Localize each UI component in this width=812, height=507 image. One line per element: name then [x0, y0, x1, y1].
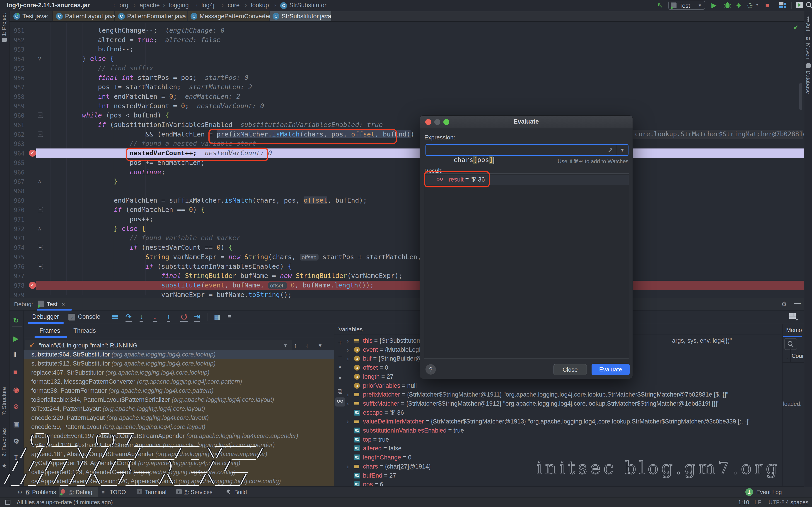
- frame-row[interactable]: toText:244, PatternLayout (org.apache.lo…: [23, 404, 334, 413]
- mute-breakpoints-button[interactable]: ⊘: [13, 402, 19, 410]
- toolwindow-5--Debug[interactable]: 5: Debug: [59, 487, 98, 497]
- run-anything-icon[interactable]: [796, 2, 803, 10]
- close-icon[interactable]: ×: [62, 301, 65, 308]
- code-text[interactable]: varNameExpr = bufName.toString();: [35, 290, 292, 298]
- line-ending-indicator[interactable]: LF: [754, 499, 761, 506]
- tab-PatternLayout-java[interactable]: CPatternLayout.java×: [53, 11, 115, 21]
- settings-gear-icon[interactable]: ⚙: [781, 300, 787, 307]
- show-execution-point-icon[interactable]: [111, 314, 118, 322]
- tab-StrSubstitutor-java[interactable]: CStrSubstitutor.java×: [270, 11, 332, 21]
- thread-selector[interactable]: ✔"main"@1 in group "main": RUNNING▼: [25, 340, 292, 351]
- resume-button[interactable]: ▶: [13, 335, 18, 342]
- code-text[interactable]: endMatchLen = suffixMatcher.isMatch(char…: [35, 196, 367, 205]
- code-text[interactable]: pos++;: [35, 215, 153, 224]
- breadcrumb-item[interactable]: log4j: [201, 2, 214, 9]
- stripe-structure[interactable]: 7: Structure: [1, 387, 7, 415]
- code-text[interactable]: substitute(event, bufName, offset: 0, bu…: [35, 281, 374, 290]
- tab-console[interactable]: Console: [78, 313, 100, 320]
- code-text[interactable]: int endMatchLen = 0; endMatchLen: 2: [35, 92, 240, 101]
- stripe-maven[interactable]: Maven: [805, 43, 811, 59]
- code-text[interactable]: pos += startMatchLen; startMatchLen: 2: [35, 82, 252, 92]
- close-icon[interactable]: ×: [180, 13, 183, 20]
- toolwindow-8--Services[interactable]: ▶8: Services: [174, 487, 220, 497]
- editor-scrollbar[interactable]: [799, 83, 802, 110]
- memory-search-box[interactable]: [784, 338, 797, 350]
- breadcrumb-item[interactable]: log4j-core-2.14.1-sources.jar: [7, 2, 90, 9]
- rerun-button[interactable]: ↻: [13, 317, 19, 324]
- result-list[interactable]: result = '$' 36: [424, 173, 629, 358]
- tab-MessagePatternConverter-java[interactable]: CMessagePatternConverter.java×: [188, 11, 269, 21]
- expand-editor-icon[interactable]: ⇗: [607, 146, 613, 154]
- run-configuration-combo[interactable]: Test▼: [668, 1, 705, 10]
- breadcrumb-item[interactable]: StrSubstitutor: [289, 2, 326, 9]
- run-to-cursor-icon[interactable]: ⇥: [194, 313, 200, 322]
- move-frame-down-icon[interactable]: ↓: [306, 342, 309, 349]
- toolwindow-TODO[interactable]: ≡TODO: [100, 487, 132, 497]
- variable-row[interactable]: 01top = true: [335, 436, 782, 445]
- code-text[interactable]: String varNameExpr = new String(chars, o…: [35, 252, 437, 262]
- code-text[interactable]: altered = true; altered: false: [35, 35, 221, 45]
- code-text[interactable]: final int startPos = pos; startPos: 0: [35, 73, 248, 82]
- indent-indicator[interactable]: 4 spaces: [786, 499, 808, 506]
- tab-frames[interactable]: Frames: [39, 327, 60, 334]
- debug-session-tab[interactable]: Test×: [37, 299, 73, 309]
- variable-row[interactable]: 01escape = '$' 36: [335, 408, 782, 417]
- step-over-icon[interactable]: ↷: [125, 313, 132, 322]
- variable-row[interactable]: 01substitutionInVariablesEnabled = true: [335, 427, 782, 436]
- code-text[interactable]: } else {: [35, 224, 145, 233]
- variable-row[interactable]: 01altered = false: [335, 444, 782, 453]
- expand-chevron-icon[interactable]: ›: [347, 463, 349, 470]
- code-text[interactable]: final StringBuilder bufName = new String…: [35, 271, 403, 280]
- frame-row[interactable]: toSerializable:344, PatternLayout$Patter…: [23, 395, 334, 404]
- coverage-button[interactable]: ◈: [736, 1, 741, 9]
- dialog-title-bar[interactable]: Evaluate: [420, 116, 632, 128]
- frame-row[interactable]: substitute:964, StrSubstitutor (org.apac…: [23, 350, 334, 359]
- close-icon[interactable]: ×: [45, 13, 48, 20]
- tab-threads[interactable]: Threads: [73, 327, 96, 334]
- close-icon[interactable]: ×: [262, 13, 265, 20]
- variable-row[interactable]: ›prefixMatcher = {StrMatcher$StringMatch…: [335, 390, 782, 399]
- stripe-ant[interactable]: Ant: [805, 23, 811, 31]
- frame-row[interactable]: format:38, PatternFormatter (org.apache.…: [23, 386, 334, 395]
- view-breakpoints-button[interactable]: ◉: [13, 386, 19, 394]
- variable-row[interactable]: ›suffixMatcher = {StrMatcher$StringMatch…: [335, 399, 782, 408]
- frame-row[interactable]: format:132, MessagePatternConverter (org…: [23, 377, 334, 386]
- code-text[interactable]: continue;: [35, 168, 165, 177]
- move-frame-up-icon[interactable]: ↑: [294, 342, 297, 349]
- tab-memory[interactable]: Memo: [786, 327, 802, 333]
- breadcrumb-item[interactable]: apache: [140, 2, 160, 9]
- expand-chevron-icon[interactable]: ›: [347, 355, 349, 362]
- search-icon[interactable]: [806, 2, 812, 10]
- pause-button[interactable]: ‖: [13, 351, 16, 359]
- breadcrumb-item[interactable]: core: [228, 2, 240, 9]
- event-log-item[interactable]: 1Event Log: [745, 488, 800, 497]
- breadcrumb-item[interactable]: lookup: [251, 2, 269, 9]
- toolwindow-Terminal[interactable]: ›Terminal: [135, 487, 171, 497]
- expand-chevron-icon[interactable]: ›: [347, 391, 349, 398]
- run-button[interactable]: ▶: [711, 1, 717, 9]
- navigate-back-icon[interactable]: ↖: [657, 1, 663, 9]
- filter-frames-icon[interactable]: ▼: [318, 343, 323, 349]
- close-button[interactable]: Close: [554, 364, 587, 375]
- stripe-project[interactable]: 1: Project: [1, 13, 7, 36]
- frame-row[interactable]: substitute:912, StrSubstitutor (org.apac…: [23, 359, 334, 368]
- close-icon[interactable]: ×: [107, 13, 111, 20]
- breadcrumb-item[interactable]: logging: [169, 2, 189, 9]
- code-text[interactable]: if (substitutionInVariablesEnabled) {: [35, 262, 292, 271]
- code-text[interactable]: lengthChange--; lengthChange: 0: [35, 26, 224, 35]
- evaluate-button[interactable]: Evaluate: [592, 364, 629, 375]
- expand-chevron-icon[interactable]: ›: [347, 337, 349, 344]
- drop-frame-icon[interactable]: ⭯: [180, 313, 188, 322]
- code-text[interactable]: if (nestedVarCount == 0) {: [35, 243, 233, 252]
- step-into-icon[interactable]: ↓: [140, 313, 143, 322]
- toolwindow-6--Problems[interactable]: ⊙6: Problems: [16, 487, 57, 497]
- stripe-database[interactable]: Database: [805, 71, 811, 94]
- debug-button[interactable]: [723, 0, 732, 10]
- force-step-into-icon[interactable]: ↓: [153, 313, 157, 322]
- variable-row[interactable]: ›valueDelimiterMatcher = {StrMatcher$Str…: [335, 417, 782, 427]
- evaluate-expression-icon[interactable]: ▦: [214, 313, 220, 321]
- expand-chevron-icon[interactable]: ›: [347, 400, 349, 407]
- hide-panel-icon[interactable]: —: [794, 299, 801, 307]
- step-out-icon[interactable]: ↑: [167, 313, 170, 322]
- caret-position[interactable]: 1:10: [738, 499, 749, 506]
